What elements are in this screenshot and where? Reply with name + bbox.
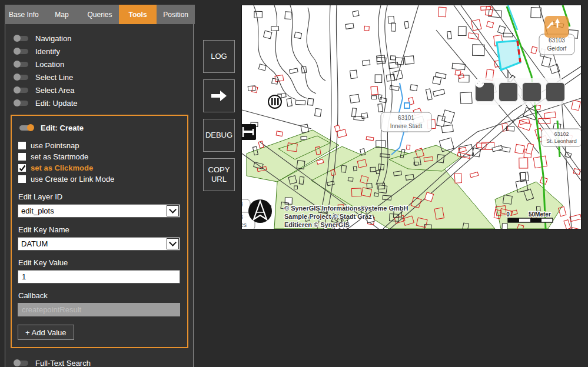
toggle-off-icon (14, 49, 28, 54)
checkbox-set-as-clickmode[interactable]: set as Clickmode (18, 162, 181, 174)
svg-text:63102: 63102 (554, 131, 569, 137)
svg-text:Geidorf: Geidorf (547, 45, 567, 52)
pan-navigate-button[interactable] (544, 16, 569, 38)
toggle-off-icon (14, 101, 28, 106)
edit-toolbar (474, 78, 565, 105)
callback-label: Callback (18, 291, 181, 300)
svg-text:50Meter: 50Meter (529, 211, 551, 218)
edit-key-name-select[interactable]: DATUM (18, 237, 180, 251)
confirm-button[interactable] (522, 82, 542, 102)
svg-text:0: 0 (506, 211, 510, 218)
toggle-off-icon (14, 88, 28, 93)
label-st-leonhard: 63102 St. Leonhard (542, 129, 581, 146)
tab-map[interactable]: Map (43, 5, 81, 24)
svg-text:Sample Project © Stadt Graz: Sample Project © Stadt Graz (284, 213, 372, 220)
checkbox-set-as-startmode[interactable]: set as Startmode (18, 151, 181, 162)
sidebar-item-edit-update[interactable]: Edit: Update (5, 96, 193, 109)
tools-sidebar: Navigation Identify Location Select Line… (5, 24, 194, 367)
columns-poi-icon (268, 95, 281, 108)
svg-text:63103: 63103 (549, 37, 565, 44)
bench-poi-icon (242, 124, 256, 140)
toggle-off-icon (14, 361, 28, 366)
tab-base-info[interactable]: Base Info (5, 5, 43, 24)
add-value-button[interactable]: + Add Value (18, 325, 74, 340)
tab-bar: Base Info Map Queries Tools Position (5, 5, 195, 24)
checkbox-use-pointsnap[interactable]: use Pointsnap (18, 140, 181, 151)
close-icon (474, 78, 484, 88)
sidebar-item-full-text-search[interactable]: Full-Text Search (5, 356, 193, 367)
tab-position[interactable]: Position (157, 5, 195, 24)
svg-text:Innere Stadt: Innere Stadt (390, 123, 423, 129)
edit-layer-id-select[interactable]: edit_plots (18, 204, 180, 218)
label-innere-stadt: 63101 Innere Stadt (381, 112, 431, 132)
edit-key-value-input[interactable]: 1 (18, 270, 180, 283)
pan-arrows-icon (544, 16, 562, 31)
edit-layer-id-label: Edit Layer ID (18, 192, 181, 201)
svg-text:St. Leonhard: St. Leonhard (546, 138, 577, 144)
svg-text:63101: 63101 (398, 115, 414, 121)
checkbox-unchecked-icon (18, 175, 26, 183)
checkbox-unchecked-icon (18, 153, 26, 161)
forward-button[interactable] (203, 79, 235, 112)
toggle-on-icon (19, 125, 34, 131)
svg-text:© SynerGIS Informationssysteme: © SynerGIS Informationssysteme GmbH (284, 205, 408, 212)
checkmark-icon (18, 164, 26, 172)
sidebar-item-navigation[interactable]: Navigation (5, 32, 193, 45)
checkbox-use-create-or-link-mode[interactable]: use Create or Link Mode (18, 174, 181, 185)
checkbox-unchecked-icon (18, 142, 26, 149)
map-viewport[interactable]: 63103 Geidorf 63102 St. Leonhard 63101 I… (241, 5, 582, 229)
toggle-off-icon (14, 62, 28, 67)
log-button[interactable]: LOG (203, 40, 235, 73)
toggle-off-icon (14, 75, 28, 80)
sidebar-item-select-line[interactable]: Select Line (5, 71, 193, 84)
edit-create-panel: Edit: Create use Pointsnap set as Startm… (11, 115, 188, 348)
arrow-right-icon (210, 89, 228, 102)
sidebar-item-select-area[interactable]: Select Area (5, 84, 193, 96)
chevron-down-icon[interactable] (167, 238, 179, 249)
map-canvas: 63103 Geidorf 63102 St. Leonhard 63101 I… (242, 5, 581, 229)
svg-text:Gries: Gries (242, 222, 247, 228)
rotate-button[interactable] (499, 82, 518, 102)
chevron-down-icon[interactable] (167, 205, 179, 216)
debug-button[interactable]: DEBUG (203, 119, 235, 152)
tab-queries[interactable]: Queries (81, 5, 119, 24)
action-button-column: LOG DEBUG COPY URL (203, 40, 235, 198)
svg-text:Editieren © SynerGIS: Editieren © SynerGIS (284, 221, 350, 228)
north-arrow-icon (248, 199, 272, 223)
sidebar-item-edit-create[interactable]: Edit: Create (18, 121, 181, 134)
edit-key-value-label: Edit Key Value (18, 258, 181, 267)
sidebar-item-identify[interactable]: Identify (5, 45, 193, 58)
edit-key-name-label: Edit Key Name (18, 225, 181, 234)
tab-tools[interactable]: Tools (119, 5, 157, 24)
copy-url-button[interactable]: COPY URL (203, 158, 235, 191)
sidebar-item-location[interactable]: Location (5, 58, 193, 71)
callback-input: createpointResult (18, 303, 180, 316)
cancel-button[interactable] (546, 82, 565, 102)
toggle-off-icon (14, 36, 28, 41)
